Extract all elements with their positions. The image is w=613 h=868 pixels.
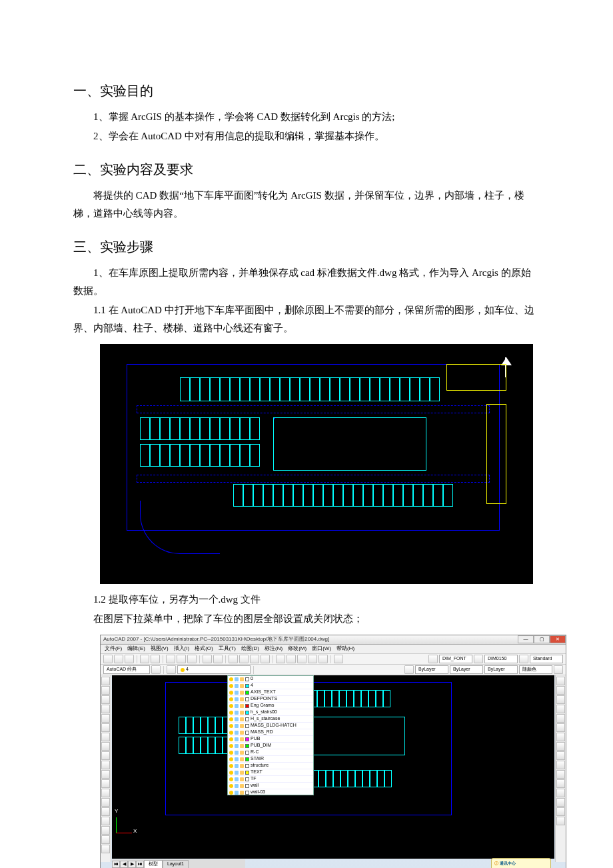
plotstyle-icon[interactable]: [554, 665, 563, 674]
gradient-icon[interactable]: [101, 817, 110, 825]
freeze-icon[interactable]: [235, 724, 239, 728]
freeze-icon[interactable]: [235, 691, 239, 695]
bulb-icon[interactable]: [229, 724, 233, 728]
ellipse-icon[interactable]: [101, 761, 110, 769]
mtext-icon[interactable]: [101, 845, 110, 853]
designcenter-icon[interactable]: [287, 655, 296, 663]
tab-nav-first[interactable]: ⏮: [112, 861, 120, 868]
lock-icon[interactable]: [240, 757, 244, 761]
bulb-icon[interactable]: [229, 757, 233, 761]
polygon-icon[interactable]: [101, 705, 110, 713]
layer-item[interactable]: TF: [228, 776, 313, 783]
lock-icon[interactable]: [240, 684, 244, 688]
markup-icon[interactable]: [308, 655, 317, 663]
lock-icon[interactable]: [240, 717, 244, 721]
pan-icon[interactable]: [229, 655, 238, 663]
paste-icon[interactable]: [187, 655, 197, 663]
text-style-combo[interactable]: DIM_FONT: [439, 655, 472, 663]
layer-dropdown-list[interactable]: 04AXIS_TEXTDEFPOINTSEng Gramsh_s_stairs0…: [227, 675, 314, 795]
join-icon[interactable]: [556, 789, 565, 797]
table-icon[interactable]: [101, 835, 110, 844]
zoom-icon[interactable]: [239, 655, 249, 663]
freeze-icon[interactable]: [235, 717, 239, 721]
zoom-window-icon[interactable]: [250, 655, 259, 663]
tab-nav-next[interactable]: ▶: [128, 861, 136, 868]
tab-model[interactable]: 模型: [144, 860, 163, 869]
layer-item[interactable]: 0: [228, 676, 313, 683]
calc-icon[interactable]: [318, 655, 328, 663]
freeze-icon[interactable]: [235, 784, 239, 788]
lock-icon[interactable]: [240, 724, 244, 728]
lock-icon[interactable]: [240, 697, 244, 701]
lock-icon[interactable]: [240, 791, 244, 795]
menu-edit[interactable]: 编辑(E): [127, 644, 145, 653]
freeze-icon[interactable]: [235, 704, 239, 708]
undo-icon[interactable]: [203, 655, 212, 663]
tablestyle-icon[interactable]: [519, 655, 528, 663]
freeze-icon[interactable]: [235, 791, 239, 795]
lock-icon[interactable]: [240, 751, 244, 755]
workspace-settings-icon[interactable]: [151, 665, 161, 674]
extend-icon[interactable]: [556, 770, 565, 779]
bulb-icon[interactable]: [229, 744, 233, 748]
line-icon[interactable]: [101, 677, 110, 685]
zoom-prev-icon[interactable]: [261, 655, 270, 663]
layer-item[interactable]: STAIR: [228, 756, 313, 763]
dimstyle-icon[interactable]: [474, 655, 483, 663]
lock-icon[interactable]: [240, 737, 244, 741]
menu-draw[interactable]: 绘图(D): [241, 644, 259, 653]
lock-icon[interactable]: [240, 731, 244, 735]
layer-item[interactable]: wall: [228, 783, 313, 789]
freeze-icon[interactable]: [235, 744, 239, 748]
color-icon[interactable]: [404, 665, 414, 674]
freeze-icon[interactable]: [235, 697, 239, 701]
freeze-icon[interactable]: [235, 751, 239, 755]
explode-icon[interactable]: [556, 817, 565, 825]
mirror-icon[interactable]: [556, 695, 565, 704]
lock-icon[interactable]: [240, 784, 244, 788]
lineweight-combo[interactable]: ByLayer: [484, 665, 518, 674]
menu-view[interactable]: 视图(V): [151, 644, 169, 653]
freeze-icon[interactable]: [235, 711, 239, 715]
hatch-icon[interactable]: [101, 807, 110, 816]
print-icon[interactable]: [140, 655, 149, 663]
freeze-icon[interactable]: [235, 737, 239, 741]
bulb-icon[interactable]: [229, 711, 233, 715]
layer-item[interactable]: MASS_RD: [228, 729, 313, 736]
preview-icon[interactable]: [151, 655, 160, 663]
menu-insert[interactable]: 插入(I): [174, 644, 190, 653]
menu-tools[interactable]: 工具(T): [219, 644, 236, 653]
lock-icon[interactable]: [240, 704, 244, 708]
layer-item[interactable]: wall-03: [228, 789, 313, 795]
maximize-button[interactable]: ▢: [534, 635, 550, 643]
arc-icon[interactable]: [101, 723, 110, 732]
color-combo[interactable]: ByLayer: [415, 665, 448, 674]
layer-dropdown-combo[interactable]: 4: [177, 665, 251, 674]
array-icon[interactable]: [556, 714, 565, 723]
bulb-icon[interactable]: [229, 791, 233, 795]
drawing-canvas[interactable]: Y X: [112, 675, 554, 859]
layer-item[interactable]: PUB_DIM: [228, 743, 313, 749]
bulb-icon[interactable]: [229, 737, 233, 741]
bulb-icon[interactable]: [229, 697, 233, 701]
bulb-icon[interactable]: [229, 691, 233, 695]
layer-item[interactable]: structure: [228, 763, 313, 769]
freeze-icon[interactable]: [235, 777, 239, 781]
bulb-icon[interactable]: [229, 751, 233, 755]
lock-icon[interactable]: [240, 691, 244, 695]
freeze-icon[interactable]: [235, 731, 239, 735]
menu-window[interactable]: 窗口(W): [312, 644, 331, 653]
point-icon[interactable]: [101, 798, 110, 807]
break-icon[interactable]: [556, 779, 565, 788]
spline-icon[interactable]: [101, 751, 110, 760]
rectangle-icon[interactable]: [101, 714, 110, 723]
fillet-icon[interactable]: [556, 807, 565, 816]
block-icon[interactable]: [101, 789, 110, 797]
copy-icon[interactable]: [177, 655, 186, 663]
ellipsearc-icon[interactable]: [101, 770, 110, 779]
workspace-combo[interactable]: AutoCAD 经典: [103, 665, 150, 674]
lock-icon[interactable]: [240, 711, 244, 715]
bulb-icon[interactable]: [229, 684, 233, 688]
menu-file[interactable]: 文件(F): [105, 644, 122, 653]
menu-modify[interactable]: 修改(M): [288, 644, 306, 653]
